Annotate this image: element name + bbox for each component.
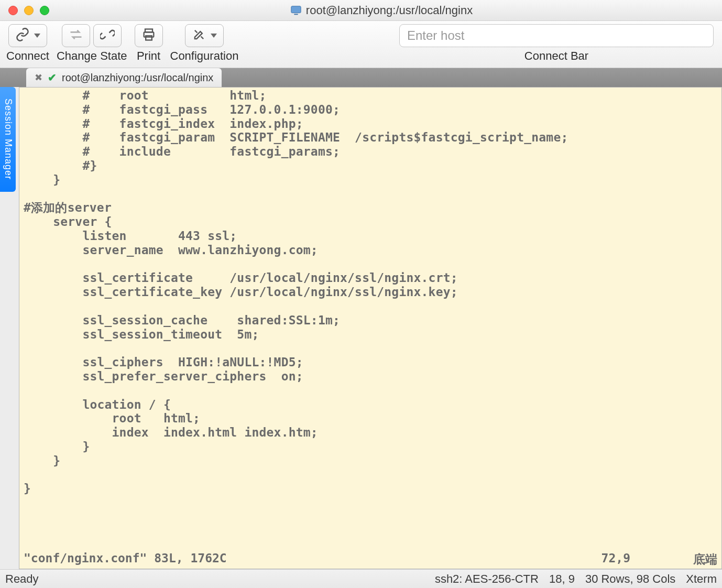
session-manager-label: Session Manager (3, 99, 14, 180)
close-window-button[interactable] (8, 6, 18, 15)
vim-status-line: "conf/nginx.conf" 83L, 1762C 72,9 底端 (24, 551, 717, 568)
app-icon (290, 5, 302, 16)
tab-title: root@lanzhiyong:/usr/local/nginx (62, 72, 213, 84)
change-state-label: Change State (57, 49, 127, 63)
close-tab-icon[interactable]: ✖ (35, 72, 42, 83)
link-icon (15, 27, 30, 44)
window-controls (8, 6, 49, 15)
terminal-content[interactable]: # root html; # fastcgi_pass 127.0.0.1:90… (24, 89, 717, 496)
status-dims: 30 Rows, 98 Cols (585, 572, 675, 586)
vim-scroll-pos: 底端 (693, 551, 717, 568)
zoom-window-button[interactable] (40, 6, 49, 15)
connected-check-icon: ✔ (48, 71, 57, 84)
session-manager-tab[interactable]: Session Manager (0, 87, 16, 192)
tools-icon (192, 27, 206, 44)
status-bar: Ready ssh2: AES-256-CTR 18, 9 30 Rows, 9… (0, 569, 722, 588)
toolbar: Connect Change State Print Configura (0, 21, 722, 68)
status-ready: Ready (5, 572, 39, 586)
reconnect-icon (69, 27, 83, 44)
broken-link-icon (100, 27, 115, 44)
tab-strip: ✖ ✔ root@lanzhiyong:/usr/local/nginx (0, 68, 722, 87)
configuration-label: Configuration (170, 49, 239, 63)
connect-button[interactable] (8, 24, 47, 47)
configuration-button[interactable] (185, 24, 224, 47)
minimize-window-button[interactable] (24, 6, 34, 15)
session-tab[interactable]: ✖ ✔ root@lanzhiyong:/usr/local/nginx (26, 68, 222, 87)
vim-cursor-pos: 72,9 (601, 551, 630, 568)
connect-bar-label: Connect Bar (524, 49, 588, 63)
status-cipher: ssh2: AES-256-CTR (435, 572, 539, 586)
svg-rect-0 (291, 6, 301, 13)
print-button[interactable] (135, 24, 163, 47)
status-term: Xterm (686, 572, 717, 586)
chevron-down-icon (34, 34, 40, 38)
terminal-pane[interactable]: # root html; # fastcgi_pass 127.0.0.1:90… (19, 87, 722, 569)
window-title: root@lanzhiyong:/usr/local/nginx (306, 4, 473, 17)
status-cursor: 18, 9 (549, 572, 575, 586)
chevron-down-icon (211, 34, 217, 38)
reconnect-button[interactable] (62, 24, 90, 47)
window-titlebar: root@lanzhiyong:/usr/local/nginx (0, 0, 722, 21)
vim-file-info: "conf/nginx.conf" 83L, 1762C (24, 551, 227, 568)
host-input[interactable] (399, 24, 714, 47)
connect-label: Connect (6, 49, 49, 63)
printer-icon (141, 27, 156, 44)
svg-rect-1 (294, 14, 298, 15)
disconnect-button[interactable] (93, 24, 122, 47)
print-label: Print (137, 49, 160, 63)
